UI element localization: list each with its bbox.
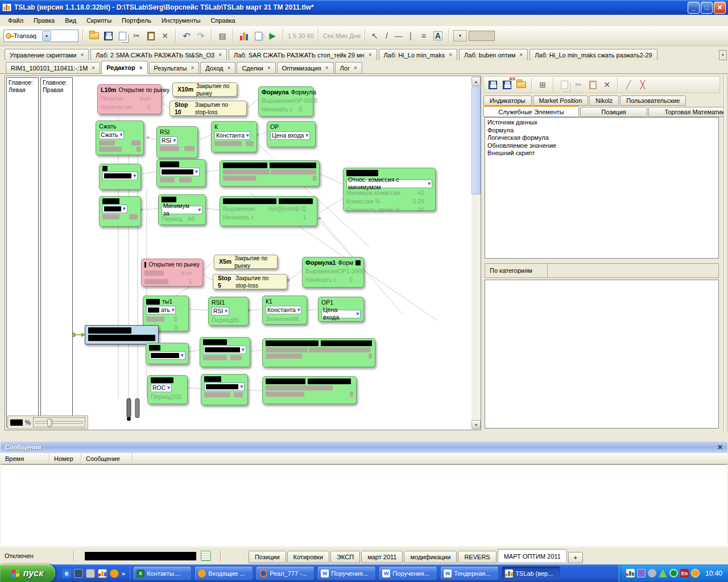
- tab-nikolz[interactable]: Nikolz: [589, 95, 619, 106]
- block-redacted[interactable]: ▾: [99, 164, 141, 190]
- style-dropdown[interactable]: ▾: [453, 30, 467, 41]
- list-item-external-script[interactable]: Внешний скрипт: [487, 149, 716, 157]
- block-op1[interactable]: ОР1 Цена входа▾: [318, 297, 364, 322]
- chart-button[interactable]: [238, 30, 250, 42]
- list-item-logic-formula[interactable]: Логическая формула: [487, 134, 716, 142]
- save-as-button[interactable]: AS: [500, 78, 513, 91]
- block-stop10[interactable]: Stop 10Закрытие по stop-loss: [169, 101, 247, 116]
- block-k[interactable]: К Константа▾: [211, 121, 257, 152]
- block-commission[interactable]: Относ. комиссия с минимумом▾ Минимум ком…: [343, 168, 436, 211]
- block-dropdown[interactable]: ▾: [149, 351, 185, 360]
- tab-position[interactable]: Позиция: [580, 107, 647, 117]
- block-open2[interactable]: Открытие по рынку true 1: [141, 259, 203, 286]
- paste-button[interactable]: [586, 78, 599, 91]
- hline-tool-button[interactable]: —: [394, 30, 404, 42]
- block-stop5[interactable]: Stop 5Закрытие по stop-loss: [213, 274, 287, 289]
- canvas-vertical-scrollbar[interactable]: ▲ ▼: [471, 77, 481, 429]
- tab-datasource[interactable]: RIM1_100101_110411:-:1M×: [6, 62, 100, 73]
- taskbar-window-real777[interactable]: Реал_777 -...: [256, 566, 315, 580]
- ie-icon[interactable]: e: [62, 569, 71, 578]
- tab-optimization[interactable]: Оптимизация×: [277, 62, 334, 73]
- close-icon[interactable]: ×: [325, 65, 329, 71]
- column-time[interactable]: Время: [1, 453, 49, 464]
- menu-help[interactable]: Справка: [206, 16, 240, 25]
- transaq-dropdown-button[interactable]: ▼: [42, 31, 51, 41]
- tab-march-2011[interactable]: март 2011: [361, 551, 403, 563]
- tab-log[interactable]: Лог×: [335, 62, 362, 73]
- color-box[interactable]: [469, 31, 495, 41]
- tab-overflow-button[interactable]: ▼: [719, 50, 727, 60]
- block-redacted[interactable]: ▾: [201, 374, 248, 405]
- tab-quotes[interactable]: Котировки: [287, 551, 330, 563]
- properties-button[interactable]: ▤: [216, 30, 229, 42]
- start-button[interactable]: пуск: [0, 564, 55, 582]
- minimize-button[interactable]: _: [688, 2, 700, 14]
- close-icon[interactable]: ×: [80, 52, 84, 58]
- close-icon[interactable]: ×: [228, 65, 231, 71]
- block-szhat[interactable]: Сжать Сжать▾: [96, 120, 144, 155]
- transaq-combo[interactable]: Transaq ▼: [3, 30, 78, 42]
- tab-editor[interactable]: Редактор×: [101, 61, 147, 74]
- fibo-tool-button[interactable]: ≡: [417, 30, 430, 42]
- tab-results[interactable]: Результаты×: [149, 62, 200, 73]
- slider-track[interactable]: [35, 421, 83, 423]
- right-splitter[interactable]: [723, 74, 728, 431]
- maximize-button[interactable]: □: [701, 2, 713, 14]
- block-minexpr[interactable]: Выражениеmin[i]<min[i-1] Начинать с1: [220, 196, 317, 226]
- block-dropdown[interactable]: Минимум за▾: [162, 206, 202, 214]
- tab-indicators[interactable]: Индикаторы: [483, 95, 532, 106]
- block-dropdown[interactable]: ROC▾: [151, 384, 172, 392]
- block-min60[interactable]: Минимум за▾ Период60: [158, 194, 206, 225]
- taskbar-window-porucheniya1[interactable]: W Поручения...: [317, 566, 376, 580]
- tab-lab-buben[interactable]: Лаб: buben оптим×: [459, 49, 528, 60]
- tab-script-management[interactable]: Управление скриптами×: [5, 49, 89, 60]
- block-selected[interactable]: [85, 325, 159, 344]
- save-button[interactable]: [102, 30, 114, 42]
- tab-deals[interactable]: Сделки×: [237, 62, 275, 73]
- block-op[interactable]: ОР Цена входа▾: [267, 121, 316, 147]
- copy-button[interactable]: [116, 30, 129, 42]
- zoom-slider[interactable]: [33, 417, 85, 427]
- calculator-icon[interactable]: [86, 569, 95, 578]
- volume-icon[interactable]: [648, 569, 656, 577]
- list-item-formula[interactable]: Формула: [487, 127, 716, 135]
- clock-icon[interactable]: [110, 569, 119, 578]
- close-icon[interactable]: ×: [267, 65, 271, 71]
- paste-button[interactable]: [144, 30, 157, 42]
- select-tool-button[interactable]: ↖: [370, 30, 380, 42]
- cut-button[interactable]: ✂: [130, 30, 143, 42]
- block-dropdown[interactable]: RSI▾: [160, 136, 177, 145]
- close-icon[interactable]: ×: [449, 52, 452, 58]
- list-item-datasource[interactable]: Источник данных: [487, 119, 716, 127]
- list-item-updatable-value[interactable]: Обновляемое значение: [487, 142, 716, 150]
- layout-button[interactable]: [252, 30, 264, 42]
- block-formula[interactable]: ФормулаФормула ВыражениеОР-5000 Начинать…: [258, 86, 313, 117]
- tab-user-elements[interactable]: Пользовательские: [620, 95, 686, 106]
- close-button[interactable]: ✕: [714, 2, 726, 14]
- taskbar-window-porucheniya2[interactable]: W Поручения...: [379, 566, 437, 580]
- network-icon[interactable]: [637, 569, 646, 577]
- menu-view[interactable]: Вид: [60, 16, 81, 25]
- tab-trading-math[interactable]: Торговая Математика: [648, 107, 728, 117]
- scrollbar-thumb[interactable]: [471, 86, 481, 194]
- block-rsi[interactable]: RSI RSI▾: [156, 126, 198, 158]
- update-icon[interactable]: [659, 569, 667, 577]
- tab-exp[interactable]: ЭКСП: [330, 551, 360, 563]
- block-dropdown[interactable]: RSI▾: [212, 307, 229, 315]
- close-icon[interactable]: ✕: [717, 443, 723, 451]
- tab-market-position[interactable]: Market Position: [533, 95, 589, 106]
- tab-lab-hilo[interactable]: Лаб: Hi_Lo min_maks×: [379, 49, 458, 60]
- block-dropdown[interactable]: ▾: [160, 168, 200, 176]
- close-icon[interactable]: ×: [369, 52, 372, 58]
- unlink-button[interactable]: ╳: [636, 78, 649, 91]
- block-dropdown[interactable]: Сжать▾: [99, 131, 124, 139]
- chart-tray-icon[interactable]: [626, 569, 635, 577]
- grid-view-button[interactable]: ⊞: [536, 78, 549, 91]
- block-dropdown[interactable]: ▾: [102, 205, 127, 213]
- block-dropdown[interactable]: ать▾: [146, 306, 176, 314]
- slider-thumb[interactable]: [47, 419, 52, 427]
- taskbar-window-tslab[interactable]: TSLab (вер...: [502, 566, 560, 580]
- save-button[interactable]: [486, 78, 499, 91]
- scroll-up-button[interactable]: ▲: [471, 77, 481, 86]
- delete-button[interactable]: ✕: [159, 30, 171, 42]
